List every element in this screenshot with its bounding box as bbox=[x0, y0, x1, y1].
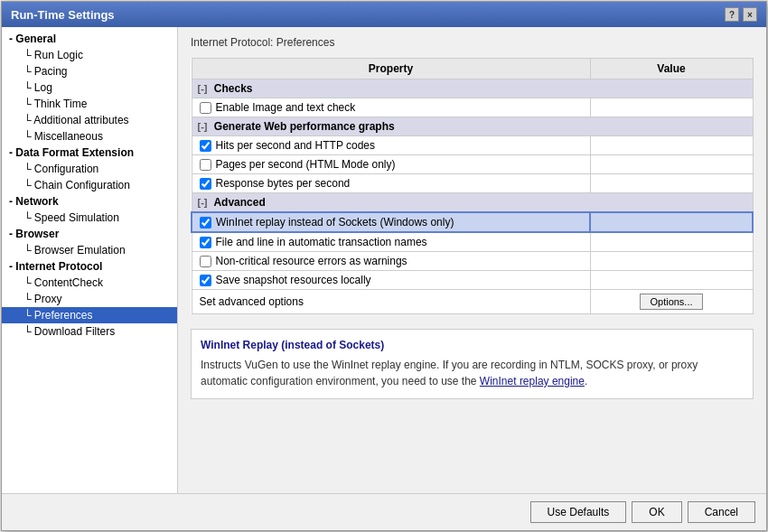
response-bytes-checkbox[interactable] bbox=[200, 178, 211, 190]
hits-per-second-value bbox=[590, 136, 753, 155]
cancel-button[interactable]: Cancel bbox=[688, 501, 755, 523]
section-generate-web: [-] Generate Web performance graphs bbox=[192, 117, 753, 136]
sidebar-item-think-time[interactable]: └ Think Time bbox=[2, 96, 177, 112]
response-bytes-text: Response bytes per second bbox=[216, 177, 351, 190]
run-time-settings-dialog: Run-Time Settings ? × - General └ Run Lo… bbox=[1, 1, 767, 531]
file-line-label: File and line in automatic transaction n… bbox=[200, 236, 583, 248]
sidebar-item-speed-simulation[interactable]: └ Speed Simulation bbox=[2, 210, 177, 226]
sidebar-item-content-check[interactable]: └ ContentCheck bbox=[2, 275, 177, 291]
sidebar-item-pacing[interactable]: └ Pacing bbox=[2, 63, 177, 79]
response-bytes-value bbox=[590, 174, 753, 193]
row-save-snapshot: Save snapshot resources locally bbox=[192, 271, 753, 290]
panel-title: Internet Protocol: Preferences bbox=[191, 36, 754, 49]
title-bar-buttons: ? × bbox=[725, 7, 757, 22]
file-line-value bbox=[590, 232, 753, 252]
options-button[interactable]: Options... bbox=[640, 294, 702, 310]
sidebar-item-preferences[interactable]: └ Preferences bbox=[2, 307, 177, 323]
sidebar-item-browser-emulation[interactable]: └ Browser Emulation bbox=[2, 242, 177, 258]
file-line-text: File and line in automatic transaction n… bbox=[216, 236, 427, 248]
tree-connector: └ bbox=[23, 49, 34, 61]
tree-connector: └ bbox=[23, 211, 34, 224]
pages-per-second-value bbox=[590, 155, 753, 174]
wininet-replay-checkbox[interactable] bbox=[200, 217, 211, 229]
use-defaults-button[interactable]: Use Defaults bbox=[530, 501, 627, 523]
set-advanced-options-label: Set advanced options bbox=[200, 295, 304, 308]
content-area: - General └ Run Logic └ Pacing └ Log └ T… bbox=[2, 27, 766, 493]
hits-per-second-text: Hits per second and HTTP codes bbox=[216, 139, 376, 152]
sidebar-item-browser[interactable]: - Browser bbox=[2, 226, 177, 242]
row-enable-image-text: Enable Image and text check bbox=[192, 98, 753, 117]
row-hits-per-second: Hits per second and HTTP codes bbox=[192, 136, 753, 155]
non-critical-label: Non-critical resource errors as warnings bbox=[200, 255, 583, 267]
row-response-bytes: Response bytes per second bbox=[192, 174, 753, 193]
section-label-generate-web: Generate Web performance graphs bbox=[214, 120, 395, 133]
title-bar: Run-Time Settings ? × bbox=[2, 2, 766, 27]
tree-connector: └ bbox=[23, 325, 34, 338]
row-non-critical: Non-critical resource errors as warnings bbox=[192, 252, 753, 271]
sidebar-item-network[interactable]: - Network bbox=[2, 193, 177, 210]
enable-image-text-text: Enable Image and text check bbox=[216, 101, 356, 114]
enable-image-text-checkbox[interactable] bbox=[200, 102, 211, 114]
save-snapshot-label: Save snapshot resources locally bbox=[200, 274, 583, 286]
tree-connector: └ bbox=[23, 293, 34, 305]
info-box: WinInet Replay (instead of Sockets) Inst… bbox=[191, 329, 754, 399]
sidebar-item-internet-protocol[interactable]: - Internet Protocol bbox=[2, 258, 177, 275]
section-label-checks: Checks bbox=[214, 82, 253, 95]
sidebar-item-configuration[interactable]: └ Configuration bbox=[2, 161, 177, 177]
section-toggle-advanced[interactable]: [-] bbox=[198, 197, 208, 208]
sidebar-item-proxy[interactable]: └ Proxy bbox=[2, 291, 177, 307]
help-button[interactable]: ? bbox=[725, 7, 739, 22]
non-critical-checkbox[interactable] bbox=[200, 256, 211, 267]
tree-connector: └ bbox=[23, 81, 34, 94]
tree-connector: └ bbox=[23, 276, 34, 289]
non-critical-value bbox=[590, 252, 753, 271]
section-toggle-generate-web[interactable]: [-] bbox=[198, 121, 208, 132]
wininet-replay-label: WinInet replay instead of Sockets (Windo… bbox=[200, 216, 582, 229]
pages-per-second-text: Pages per second (HTML Mode only) bbox=[216, 158, 396, 171]
sidebar-item-data-format-extension[interactable]: - Data Format Extension bbox=[2, 145, 177, 161]
tree-connector: └ bbox=[23, 65, 34, 78]
hits-per-second-checkbox[interactable] bbox=[200, 140, 211, 152]
main-panel: Internet Protocol: Preferences Property … bbox=[178, 27, 766, 493]
row-file-line: File and line in automatic transaction n… bbox=[192, 232, 753, 252]
col-property: Property bbox=[192, 59, 590, 79]
section-label-advanced: Advanced bbox=[213, 196, 265, 209]
footer: Use Defaults OK Cancel bbox=[2, 493, 766, 530]
wininet-replay-value bbox=[590, 212, 753, 232]
file-line-checkbox[interactable] bbox=[200, 237, 211, 248]
sidebar-item-miscellaneous[interactable]: └ Miscellaneous bbox=[2, 128, 177, 145]
info-text: Instructs VuGen to use the WinInet repla… bbox=[201, 357, 744, 389]
tree-connector: └ bbox=[23, 163, 34, 175]
sidebar-item-run-logic[interactable]: └ Run Logic bbox=[2, 47, 177, 63]
options-btn-cell: Options... bbox=[590, 290, 753, 314]
wininet-replay-text: WinInet replay instead of Sockets (Windo… bbox=[216, 216, 454, 229]
row-set-advanced-options: Set advanced options Options... bbox=[192, 290, 753, 314]
row-pages-per-second: Pages per second (HTML Mode only) bbox=[192, 155, 753, 174]
tree-connector: └ bbox=[23, 179, 34, 191]
sidebar-item-general[interactable]: - General bbox=[2, 31, 177, 47]
save-snapshot-value bbox=[590, 271, 753, 290]
tree-connector: └ bbox=[23, 309, 34, 322]
non-critical-text: Non-critical resource errors as warnings bbox=[216, 255, 407, 267]
enable-image-text-label: Enable Image and text check bbox=[200, 101, 583, 114]
info-title: WinInet Replay (instead of Sockets) bbox=[201, 339, 744, 351]
pages-per-second-checkbox[interactable] bbox=[200, 159, 211, 171]
tree-connector: └ bbox=[23, 98, 34, 110]
tree-connector: └ bbox=[23, 244, 34, 257]
section-advanced: [-] Advanced bbox=[192, 193, 753, 213]
row-wininet-replay: WinInet replay instead of Sockets (Windo… bbox=[192, 212, 753, 232]
sidebar-item-chain-configuration[interactable]: └ Chain Configuration bbox=[2, 177, 177, 193]
sidebar: - General └ Run Logic └ Pacing └ Log └ T… bbox=[2, 27, 178, 493]
enable-image-text-value bbox=[590, 98, 753, 117]
section-toggle-checks[interactable]: [-] bbox=[198, 83, 208, 94]
info-link[interactable]: WinInet replay engine bbox=[480, 375, 585, 387]
response-bytes-label: Response bytes per second bbox=[200, 177, 583, 190]
sidebar-item-log[interactable]: └ Log bbox=[2, 79, 177, 96]
sidebar-item-additional-attributes[interactable]: └ Additional attributes bbox=[2, 112, 177, 128]
col-value: Value bbox=[590, 59, 753, 79]
close-button[interactable]: × bbox=[743, 7, 757, 22]
ok-button[interactable]: OK bbox=[632, 501, 681, 523]
hits-per-second-label: Hits per second and HTTP codes bbox=[200, 139, 583, 152]
save-snapshot-checkbox[interactable] bbox=[200, 275, 211, 286]
sidebar-item-download-filters[interactable]: └ Download Filters bbox=[2, 323, 177, 340]
